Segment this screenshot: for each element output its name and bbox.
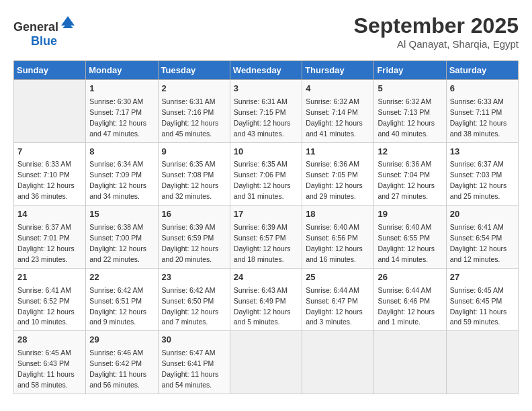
day-info: Sunrise: 6:46 AM Sunset: 6:42 PM Dayligh… bbox=[89, 349, 146, 389]
day-number: 13 bbox=[450, 146, 515, 158]
day-info: Sunrise: 6:41 AM Sunset: 6:54 PM Dayligh… bbox=[450, 223, 507, 263]
week-row-1: 1Sunrise: 6:30 AM Sunset: 7:17 PM Daylig… bbox=[14, 80, 519, 143]
day-number: 26 bbox=[378, 271, 442, 284]
day-info: Sunrise: 6:44 AM Sunset: 6:46 PM Dayligh… bbox=[378, 286, 435, 326]
page-header: General Blue September 2025 Al Qanayat, … bbox=[13, 13, 519, 50]
day-info: Sunrise: 6:40 AM Sunset: 6:56 PM Dayligh… bbox=[306, 223, 363, 263]
col-header-wednesday: Wednesday bbox=[230, 61, 302, 80]
day-info: Sunrise: 6:45 AM Sunset: 6:43 PM Dayligh… bbox=[17, 349, 75, 389]
day-cell bbox=[374, 331, 446, 394]
day-cell: 22Sunrise: 6:42 AM Sunset: 6:51 PM Dayli… bbox=[86, 268, 158, 331]
day-cell: 23Sunrise: 6:42 AM Sunset: 6:50 PM Dayli… bbox=[158, 268, 230, 331]
day-number: 1 bbox=[89, 83, 154, 95]
day-cell bbox=[446, 331, 518, 394]
day-number: 10 bbox=[234, 146, 298, 158]
day-info: Sunrise: 6:39 AM Sunset: 6:57 PM Dayligh… bbox=[234, 223, 291, 263]
day-cell: 11Sunrise: 6:36 AM Sunset: 7:05 PM Dayli… bbox=[302, 142, 374, 205]
day-cell: 2Sunrise: 6:31 AM Sunset: 7:16 PM Daylig… bbox=[158, 80, 230, 143]
day-cell: 3Sunrise: 6:31 AM Sunset: 7:15 PM Daylig… bbox=[230, 80, 302, 143]
day-cell: 25Sunrise: 6:44 AM Sunset: 6:47 PM Dayli… bbox=[302, 268, 374, 331]
day-cell: 24Sunrise: 6:43 AM Sunset: 6:49 PM Dayli… bbox=[230, 268, 302, 331]
day-info: Sunrise: 6:32 AM Sunset: 7:13 PM Dayligh… bbox=[378, 97, 435, 138]
day-cell: 5Sunrise: 6:32 AM Sunset: 7:13 PM Daylig… bbox=[374, 80, 446, 143]
day-number: 25 bbox=[306, 271, 370, 284]
day-number: 2 bbox=[162, 83, 226, 95]
day-info: Sunrise: 6:42 AM Sunset: 6:50 PM Dayligh… bbox=[162, 286, 219, 326]
day-number: 30 bbox=[162, 334, 226, 347]
day-number: 28 bbox=[17, 334, 82, 347]
day-cell: 20Sunrise: 6:41 AM Sunset: 6:54 PM Dayli… bbox=[446, 205, 518, 269]
day-number: 23 bbox=[162, 271, 226, 284]
logo: General Blue bbox=[13, 13, 76, 48]
day-number: 19 bbox=[378, 208, 442, 221]
day-info: Sunrise: 6:35 AM Sunset: 7:08 PM Dayligh… bbox=[162, 160, 219, 200]
day-number: 8 bbox=[89, 146, 154, 158]
day-cell: 19Sunrise: 6:40 AM Sunset: 6:55 PM Dayli… bbox=[374, 205, 446, 269]
week-row-2: 7Sunrise: 6:33 AM Sunset: 7:10 PM Daylig… bbox=[14, 142, 519, 205]
day-cell: 16Sunrise: 6:39 AM Sunset: 6:59 PM Dayli… bbox=[158, 205, 230, 269]
day-cell: 6Sunrise: 6:33 AM Sunset: 7:11 PM Daylig… bbox=[446, 80, 518, 143]
day-number: 7 bbox=[17, 146, 82, 158]
day-info: Sunrise: 6:44 AM Sunset: 6:47 PM Dayligh… bbox=[306, 286, 363, 326]
day-cell: 7Sunrise: 6:33 AM Sunset: 7:10 PM Daylig… bbox=[14, 142, 86, 205]
day-number: 24 bbox=[234, 271, 298, 284]
week-row-3: 14Sunrise: 6:37 AM Sunset: 7:01 PM Dayli… bbox=[14, 205, 519, 269]
day-info: Sunrise: 6:31 AM Sunset: 7:16 PM Dayligh… bbox=[162, 97, 219, 138]
col-header-friday: Friday bbox=[374, 61, 446, 80]
day-info: Sunrise: 6:37 AM Sunset: 7:03 PM Dayligh… bbox=[450, 160, 507, 200]
day-number: 4 bbox=[306, 83, 370, 95]
day-cell: 4Sunrise: 6:32 AM Sunset: 7:14 PM Daylig… bbox=[302, 80, 374, 143]
logo-icon bbox=[60, 13, 76, 30]
col-header-monday: Monday bbox=[86, 61, 158, 80]
day-cell: 29Sunrise: 6:46 AM Sunset: 6:42 PM Dayli… bbox=[86, 331, 158, 394]
day-cell: 9Sunrise: 6:35 AM Sunset: 7:08 PM Daylig… bbox=[158, 142, 230, 205]
day-cell: 18Sunrise: 6:40 AM Sunset: 6:56 PM Dayli… bbox=[302, 205, 374, 269]
col-header-tuesday: Tuesday bbox=[158, 61, 230, 80]
day-number: 21 bbox=[17, 271, 82, 284]
day-info: Sunrise: 6:47 AM Sunset: 6:41 PM Dayligh… bbox=[162, 349, 219, 389]
svg-marker-0 bbox=[61, 16, 75, 26]
day-number: 14 bbox=[17, 208, 82, 221]
col-header-saturday: Saturday bbox=[446, 61, 518, 80]
day-number: 9 bbox=[162, 146, 226, 158]
day-number: 5 bbox=[378, 83, 442, 95]
day-number: 18 bbox=[306, 208, 370, 221]
day-cell: 12Sunrise: 6:36 AM Sunset: 7:04 PM Dayli… bbox=[374, 142, 446, 205]
day-info: Sunrise: 6:36 AM Sunset: 7:04 PM Dayligh… bbox=[378, 160, 435, 200]
calendar-table: SundayMondayTuesdayWednesdayThursdayFrid… bbox=[13, 60, 519, 394]
day-cell: 13Sunrise: 6:37 AM Sunset: 7:03 PM Dayli… bbox=[446, 142, 518, 205]
location-title: Al Qanayat, Sharqia, Egypt bbox=[354, 38, 519, 50]
header-row: SundayMondayTuesdayWednesdayThursdayFrid… bbox=[14, 61, 519, 80]
day-info: Sunrise: 6:34 AM Sunset: 7:09 PM Dayligh… bbox=[89, 160, 146, 200]
day-cell: 27Sunrise: 6:45 AM Sunset: 6:45 PM Dayli… bbox=[446, 268, 518, 331]
day-cell: 10Sunrise: 6:35 AM Sunset: 7:06 PM Dayli… bbox=[230, 142, 302, 205]
day-cell: 30Sunrise: 6:47 AM Sunset: 6:41 PM Dayli… bbox=[158, 331, 230, 394]
col-header-thursday: Thursday bbox=[302, 61, 374, 80]
day-info: Sunrise: 6:41 AM Sunset: 6:52 PM Dayligh… bbox=[17, 286, 75, 326]
day-info: Sunrise: 6:35 AM Sunset: 7:06 PM Dayligh… bbox=[234, 160, 291, 200]
day-number: 22 bbox=[89, 271, 154, 284]
day-number: 16 bbox=[162, 208, 226, 221]
day-info: Sunrise: 6:39 AM Sunset: 6:59 PM Dayligh… bbox=[162, 223, 219, 263]
day-info: Sunrise: 6:42 AM Sunset: 6:51 PM Dayligh… bbox=[89, 286, 146, 326]
week-row-5: 28Sunrise: 6:45 AM Sunset: 6:43 PM Dayli… bbox=[14, 331, 519, 394]
day-number: 29 bbox=[89, 334, 154, 347]
day-cell bbox=[302, 331, 374, 394]
title-block: September 2025 Al Qanayat, Sharqia, Egyp… bbox=[354, 13, 519, 50]
day-number: 15 bbox=[89, 208, 154, 221]
svg-marker-1 bbox=[62, 26, 73, 28]
day-number: 3 bbox=[234, 83, 298, 95]
day-cell: 26Sunrise: 6:44 AM Sunset: 6:46 PM Dayli… bbox=[374, 268, 446, 331]
day-info: Sunrise: 6:40 AM Sunset: 6:55 PM Dayligh… bbox=[378, 223, 435, 263]
col-header-sunday: Sunday bbox=[14, 61, 86, 80]
day-number: 17 bbox=[234, 208, 298, 221]
day-number: 12 bbox=[378, 146, 442, 158]
day-number: 6 bbox=[450, 83, 515, 95]
day-info: Sunrise: 6:36 AM Sunset: 7:05 PM Dayligh… bbox=[306, 160, 363, 200]
day-info: Sunrise: 6:30 AM Sunset: 7:17 PM Dayligh… bbox=[89, 97, 146, 138]
day-info: Sunrise: 6:33 AM Sunset: 7:11 PM Dayligh… bbox=[450, 97, 507, 138]
logo-general: General bbox=[13, 20, 58, 34]
day-cell: 14Sunrise: 6:37 AM Sunset: 7:01 PM Dayli… bbox=[14, 205, 86, 269]
day-cell: 21Sunrise: 6:41 AM Sunset: 6:52 PM Dayli… bbox=[14, 268, 86, 331]
day-info: Sunrise: 6:43 AM Sunset: 6:49 PM Dayligh… bbox=[234, 286, 291, 326]
